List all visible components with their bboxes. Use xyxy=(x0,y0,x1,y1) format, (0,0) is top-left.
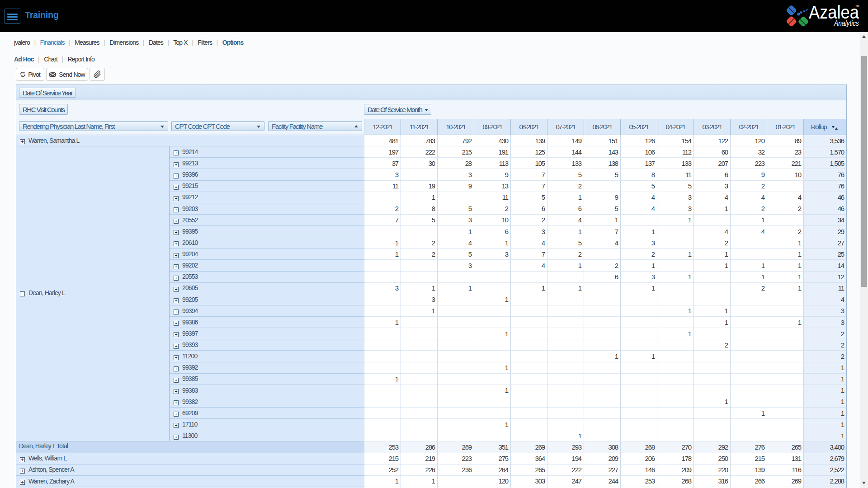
svg-text:Analytics: Analytics xyxy=(834,19,859,27)
svg-text:TM: TM xyxy=(855,5,859,7)
